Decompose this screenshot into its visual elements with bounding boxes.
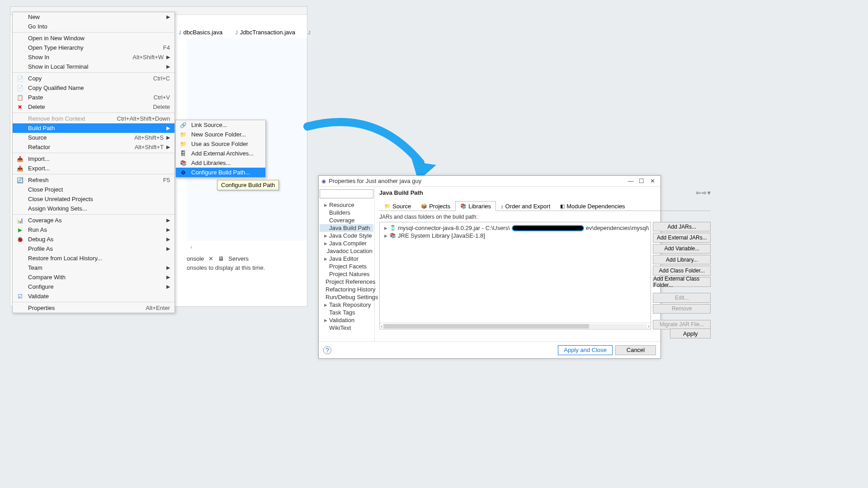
menu-item-export[interactable]: 📤Export... xyxy=(13,164,175,173)
menu-item-restore-from-local-history[interactable]: Restore from Local History... xyxy=(13,253,175,263)
category-java-code-style[interactable]: ▶Java Code Style xyxy=(320,232,373,239)
tab-libraries[interactable]: 📚Libraries xyxy=(455,201,496,211)
submenu-item-new-source-folder[interactable]: 📁New Source Folder... xyxy=(176,130,265,139)
menu-item-team[interactable]: Team▶ xyxy=(13,263,175,272)
menu-item-go-into[interactable]: Go Into xyxy=(13,22,175,31)
category-java-build-path[interactable]: Java Build Path xyxy=(320,224,373,232)
servers-tab[interactable]: Servers xyxy=(228,255,249,262)
add-external-jars-button[interactable]: Add External JARs... xyxy=(653,233,711,242)
menu-icon: 📄 xyxy=(16,85,24,91)
edit-button: Edit... xyxy=(653,293,711,302)
menu-icon: 🐞 xyxy=(16,236,24,243)
add-external-class-folder-button[interactable]: Add External Class Folder... xyxy=(653,277,711,287)
menu-item-validate[interactable]: ☑Validate xyxy=(13,291,175,301)
menu-item-refresh[interactable]: 🔄RefreshF5 xyxy=(13,175,175,185)
menu-item-build-path[interactable]: Build Path▶ xyxy=(13,123,175,133)
menu-item-run-as[interactable]: ▶Run As▶ xyxy=(13,225,175,235)
menu-item-source[interactable]: SourceAlt+Shift+S▶ xyxy=(13,133,175,142)
help-icon[interactable]: ? xyxy=(323,346,331,354)
category-task-repository[interactable]: ▶Task Repository xyxy=(320,301,373,309)
console-tab[interactable]: onsole xyxy=(187,255,204,262)
submenu-item-link-source[interactable]: 🔗Link Source... xyxy=(176,120,265,130)
add-jars-button[interactable]: Add JARs... xyxy=(653,222,711,231)
category-run-debug-settings[interactable]: Run/Debug Settings xyxy=(320,293,373,301)
menu-item-import[interactable]: 📥Import... xyxy=(13,154,175,164)
forward-icon[interactable]: ⇨ xyxy=(702,189,707,196)
category-builders[interactable]: Builders xyxy=(320,209,373,216)
apply-and-close-button[interactable]: Apply and Close xyxy=(558,345,613,355)
menu-item-close-unrelated-projects[interactable]: Close Unrelated Projects xyxy=(13,194,175,204)
cancel-button[interactable]: Cancel xyxy=(615,345,656,355)
menu-item-label: Copy Qualified Name xyxy=(28,84,170,91)
submenu-item-configure-build-path[interactable]: ⚙Configure Build Path... xyxy=(176,168,265,177)
dialog-titlebar[interactable]: ◉ Properties for Just another java guy —… xyxy=(319,176,660,187)
add-library-button[interactable]: Add Library... xyxy=(653,255,711,264)
category-project-facets[interactable]: Project Facets xyxy=(320,263,373,270)
editor-tab[interactable]: JJdbcTransaction.java xyxy=(232,27,298,38)
submenu-icon: 🗄 xyxy=(179,150,187,157)
scroll-left-icon[interactable]: ‹ xyxy=(381,323,382,329)
scroll-left-icon[interactable]: ‹ xyxy=(190,244,192,250)
close-button[interactable]: ✕ xyxy=(647,178,658,184)
menu-item-open-type-hierarchy[interactable]: Open Type HierarchyF4 xyxy=(13,43,175,52)
library-row[interactable]: ▶📚JRE System Library [JavaSE-1.8] xyxy=(382,232,649,239)
category-wikitext[interactable]: WikiText xyxy=(320,324,373,332)
menu-item-open-in-new-window[interactable]: Open in New Window xyxy=(13,33,175,43)
submenu-item-add-libraries[interactable]: 📚Add Libraries... xyxy=(176,158,265,168)
menu-item-assign-working-sets[interactable]: Assign Working Sets... xyxy=(13,204,175,213)
menu-icon: 📥 xyxy=(16,156,24,162)
menu-icon[interactable]: ▾ xyxy=(708,189,711,196)
menu-item-show-in-local-terminal[interactable]: Show in Local Terminal▶ xyxy=(13,62,175,71)
menu-item-copy[interactable]: 📄CopyCtrl+C xyxy=(13,74,175,83)
scroll-right-icon[interactable]: › xyxy=(648,323,650,329)
tab-projects[interactable]: 📦Projects xyxy=(416,201,455,211)
expand-icon[interactable]: ▶ xyxy=(384,234,388,238)
menu-item-debug-as[interactable]: 🐞Debug As▶ xyxy=(13,235,175,244)
menu-item-close-project[interactable]: Close Project xyxy=(13,185,175,194)
editor-tab[interactable]: JdbcBasics.java xyxy=(175,27,226,38)
add-class-folder-button[interactable]: Add Class Folder... xyxy=(653,266,711,275)
build-path-submenu[interactable]: 🔗Link Source...📁New Source Folder...📁Use… xyxy=(175,120,266,178)
menu-item-refactor[interactable]: RefactorAlt+Shift+T▶ xyxy=(13,142,175,152)
menu-item-compare-with[interactable]: Compare With▶ xyxy=(13,272,175,282)
add-variable-button[interactable]: Add Variable... xyxy=(653,244,711,253)
category-resource[interactable]: ▶Resource xyxy=(320,201,373,209)
close-icon[interactable]: ✕ xyxy=(208,255,213,262)
maximize-button[interactable]: ☐ xyxy=(636,178,647,184)
category-project-references[interactable]: Project References xyxy=(320,278,373,286)
menu-item-properties[interactable]: PropertiesAlt+Enter xyxy=(13,303,175,313)
apply-button[interactable]: Apply xyxy=(670,328,711,338)
category-search-input[interactable] xyxy=(320,189,373,198)
tab-module-dependencies[interactable]: ◧Module Dependencies xyxy=(555,201,630,211)
submenu-item-add-external-archives[interactable]: 🗄Add External Archives... xyxy=(176,149,265,158)
category-refactoring-history[interactable]: Refactoring History xyxy=(320,286,373,293)
horizontal-scrollbar[interactable]: ‹ › xyxy=(380,323,651,329)
library-row[interactable]: ▶🫙mysql-connector-java-8.0.29.jar - C:\U… xyxy=(382,224,649,232)
category-java-editor[interactable]: ▶Java Editor xyxy=(320,255,373,263)
menu-item-profile-as[interactable]: Profile As▶ xyxy=(13,244,175,253)
libraries-tree[interactable]: ▶🫙mysql-connector-java-8.0.29.jar - C:\U… xyxy=(379,222,651,329)
menu-item-paste[interactable]: 📋PasteCtrl+V xyxy=(13,93,175,102)
category-coverage[interactable]: Coverage xyxy=(320,216,373,224)
menu-item-configure[interactable]: Configure▶ xyxy=(13,282,175,291)
menu-item-label: Profile As xyxy=(28,245,164,252)
category-project-natures[interactable]: Project Natures xyxy=(320,270,373,278)
context-menu[interactable]: New▶Go IntoOpen in New WindowOpen Type H… xyxy=(12,12,175,313)
menu-item-new[interactable]: New▶ xyxy=(13,12,175,22)
editor-tab[interactable]: J xyxy=(305,27,314,38)
category-task-tags[interactable]: Task Tags xyxy=(320,309,373,316)
menu-item-coverage-as[interactable]: 📊Coverage As▶ xyxy=(13,216,175,225)
back-icon[interactable]: ⇦ xyxy=(696,189,701,196)
category-javadoc-location[interactable]: Javadoc Location xyxy=(320,247,373,255)
menu-item-delete[interactable]: ✖DeleteDelete xyxy=(13,102,175,112)
menu-item-show-in[interactable]: Show InAlt+Shift+W▶ xyxy=(13,52,175,62)
menu-item-copy-qualified-name[interactable]: 📄Copy Qualified Name xyxy=(13,83,175,93)
tab-source[interactable]: 📁Source xyxy=(379,201,416,211)
category-validation[interactable]: ▶Validation xyxy=(320,316,373,324)
submenu-item-use-as-source-folder[interactable]: 📁Use as Source Folder xyxy=(176,139,265,149)
expand-icon[interactable]: ▶ xyxy=(384,226,388,230)
tab-order-and-export[interactable]: ↕Order and Export xyxy=(496,201,555,211)
minimize-button[interactable]: — xyxy=(625,178,636,184)
category-java-compiler[interactable]: ▶Java Compiler xyxy=(320,239,373,247)
menu-item-label: Run As xyxy=(28,226,164,233)
